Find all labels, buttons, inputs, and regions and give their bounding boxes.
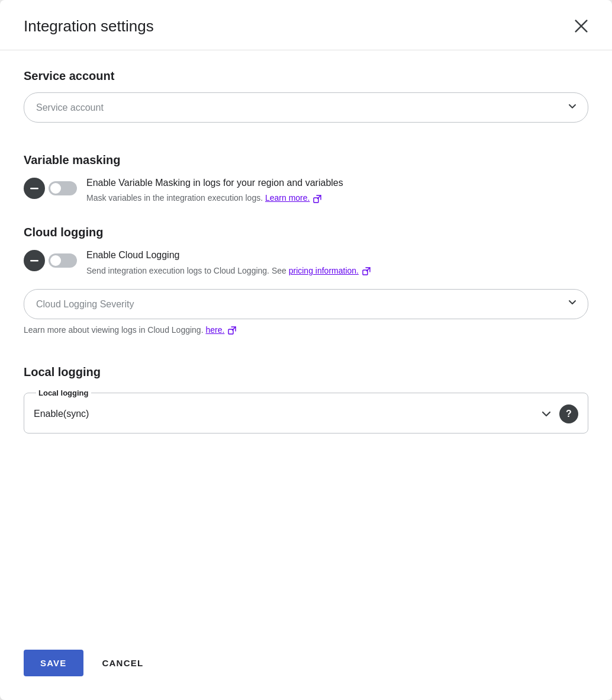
variable-masking-label: Enable Variable Masking in logs for your… <box>86 176 588 190</box>
local-logging-title: Local logging <box>24 365 588 379</box>
svg-rect-5 <box>30 260 38 262</box>
cloud-logging-text: Enable Cloud Logging Send integration ex… <box>86 249 588 277</box>
variable-masking-learn-more-link[interactable]: Learn more. <box>265 193 310 203</box>
cloud-logging-section: Cloud logging Enable Cloud Logging Send … <box>24 226 588 335</box>
cloud-logging-toggle-row: Enable Cloud Logging Send integration ex… <box>24 249 588 277</box>
local-logging-help-button[interactable]: ? <box>559 404 578 423</box>
cloud-logging-here-link[interactable]: here. <box>205 325 224 335</box>
local-logging-section: Local logging Local logging Enable(sync)… <box>24 365 588 434</box>
cloud-logging-severity-container: Cloud Logging Severity Learn more about … <box>24 289 588 335</box>
service-account-select[interactable]: Service account <box>24 92 588 123</box>
cloud-logging-severity-select[interactable]: Cloud Logging Severity <box>24 289 588 319</box>
cloud-logging-external-icon <box>362 267 371 275</box>
local-logging-legend: Local logging <box>36 388 91 397</box>
variable-masking-minus-icon <box>24 178 45 199</box>
close-button[interactable] <box>569 14 593 38</box>
cloud-logging-desc: Send integration execution logs to Cloud… <box>86 265 588 277</box>
cloud-logging-toggle-wrapper <box>24 250 77 271</box>
spacer-2 <box>24 351 588 365</box>
variable-masking-external-icon <box>313 195 321 203</box>
variable-masking-title: Variable masking <box>24 153 588 167</box>
variable-masking-desc-text: Mask variables in the integration execut… <box>86 193 263 203</box>
local-logging-controls: ? <box>540 404 578 423</box>
variable-masking-toggle-row: Enable Variable Masking in logs for your… <box>24 176 588 204</box>
variable-masking-toggle[interactable] <box>49 181 77 195</box>
spacer-1 <box>24 139 588 153</box>
svg-line-4 <box>318 195 321 199</box>
dialog-header: Integration settings <box>0 0 612 50</box>
cloud-logging-desc-text: Send integration execution logs to Cloud… <box>86 266 286 275</box>
cloud-logging-minus-icon <box>24 250 45 271</box>
variable-masking-section: Variable masking Enable Variable Masking… <box>24 153 588 209</box>
integration-settings-dialog: Integration settings Service account Ser… <box>0 0 612 700</box>
variable-masking-text: Enable Variable Masking in logs for your… <box>86 176 588 204</box>
cloud-logging-note: Learn more about viewing logs in Cloud L… <box>24 325 588 335</box>
cloud-logging-title: Cloud logging <box>24 226 588 239</box>
cloud-logging-note-text: Learn more about viewing logs in Cloud L… <box>24 325 204 335</box>
service-account-dropdown-container: Service account <box>24 92 588 123</box>
dialog-title: Integration settings <box>24 17 154 36</box>
service-account-title: Service account <box>24 69 588 83</box>
local-logging-dropdown-arrow[interactable] <box>540 408 552 420</box>
dialog-footer: SAVE CANCEL <box>0 635 612 700</box>
dialog-body: Service account Service account Variable… <box>0 50 612 635</box>
cloud-logging-note-external-icon <box>228 326 236 335</box>
local-logging-value: Enable(sync) <box>34 409 89 419</box>
cancel-button[interactable]: CANCEL <box>93 650 153 676</box>
cloud-logging-pricing-link[interactable]: pricing information. <box>289 266 359 275</box>
local-logging-row: Enable(sync) ? <box>34 404 578 423</box>
svg-rect-2 <box>30 188 38 190</box>
cloud-logging-toggle[interactable] <box>49 253 77 268</box>
service-account-section: Service account Service account <box>24 69 588 123</box>
variable-masking-desc: Mask variables in the integration execut… <box>86 192 588 204</box>
cloud-logging-label: Enable Cloud Logging <box>86 249 588 262</box>
save-button[interactable]: SAVE <box>24 650 83 676</box>
svg-line-7 <box>366 268 370 271</box>
svg-line-9 <box>233 327 236 330</box>
local-logging-fieldset: Local logging Enable(sync) ? <box>24 388 588 434</box>
cloud-logging-severity-dropdown-container: Cloud Logging Severity <box>24 289 588 319</box>
variable-masking-toggle-wrapper <box>24 178 77 199</box>
